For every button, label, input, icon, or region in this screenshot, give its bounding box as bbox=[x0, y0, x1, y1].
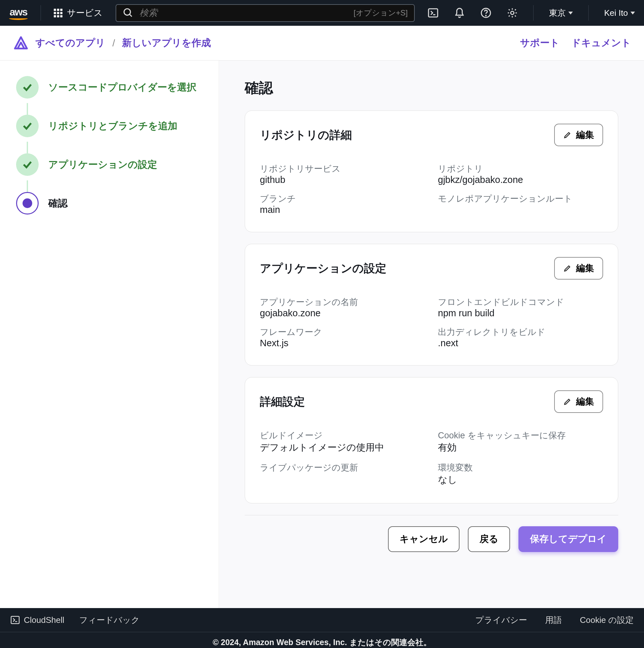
wizard-steps: ソースコードプロバイダーを選択 リポジトリとブランチを追加 アプリケーションの設… bbox=[0, 61, 219, 608]
cloudshell-icon[interactable] bbox=[428, 7, 439, 18]
search-wrap: [オプション+S] bbox=[116, 4, 415, 22]
link-support[interactable]: サポート bbox=[520, 37, 559, 50]
content: 確認 リポジトリの詳細 編集 リポジトリサービス github ブランチ mai… bbox=[219, 61, 644, 608]
card-title: リポジトリの詳細 bbox=[260, 127, 352, 143]
label-env-vars: 環境変数 bbox=[438, 456, 603, 474]
value-output-dir: .next bbox=[438, 338, 603, 350]
footer-bar: CloudShell フィードバック プライバシー 用語 Cookie の設定 bbox=[0, 608, 644, 632]
region-selector[interactable]: 東京 bbox=[549, 7, 573, 19]
help-icon[interactable] bbox=[480, 7, 491, 18]
label-repository: リポジトリ bbox=[438, 157, 603, 174]
aws-logo[interactable]: aws bbox=[9, 6, 28, 20]
card-title: アプリケーションの設定 bbox=[260, 261, 386, 276]
card-advanced: 詳細設定 編集 ビルドイメージ デフォルトイメージの使用中 ライブパッケージの更… bbox=[245, 377, 618, 503]
step-badge bbox=[16, 192, 39, 215]
aws-top-bar: aws サービス [オプション+S] 東京 Kei Ito bbox=[0, 0, 644, 26]
divider bbox=[588, 5, 589, 20]
link-docs[interactable]: ドキュメント bbox=[571, 37, 631, 50]
value-repo-service: github bbox=[260, 174, 425, 187]
aws-logo-text: aws bbox=[10, 6, 27, 18]
label-monorepo-root: モノレポアプリケーションルート bbox=[438, 187, 603, 205]
crumb-sep: / bbox=[112, 38, 115, 49]
privacy-link[interactable]: プライバシー bbox=[475, 614, 527, 626]
search-input[interactable] bbox=[140, 8, 348, 18]
label-build-cmd: フロントエンドビルドコマンド bbox=[438, 290, 603, 308]
svg-point-5 bbox=[486, 15, 486, 16]
copyright-text: © 2024, Amazon Web Services, Inc. またはその関… bbox=[213, 637, 431, 648]
label-live-pkg: ライブパッケージの更新 bbox=[260, 456, 425, 474]
cookie-settings-link[interactable]: Cookie の設定 bbox=[580, 614, 634, 626]
card-repo-details: リポジトリの詳細 編集 リポジトリサービス github ブランチ main リ… bbox=[245, 110, 618, 232]
edit-label: 編集 bbox=[576, 262, 594, 274]
label-app-name: アプリケーションの名前 bbox=[260, 290, 425, 308]
step-connector bbox=[27, 142, 28, 153]
edit-repo-button[interactable]: 編集 bbox=[554, 124, 603, 146]
label-output-dir: 出力ディレクトリをビルド bbox=[438, 320, 603, 338]
services-label: サービス bbox=[67, 7, 103, 19]
edit-app-button[interactable]: 編集 bbox=[554, 257, 603, 279]
label-build-image: ビルドイメージ bbox=[260, 424, 425, 441]
value-build-cmd: npm run build bbox=[438, 308, 603, 320]
user-label: Kei Ito bbox=[604, 8, 628, 18]
step-badge bbox=[16, 115, 39, 137]
label-framework: フレームワーク bbox=[260, 320, 425, 338]
search-box[interactable]: [オプション+S] bbox=[116, 4, 415, 22]
edit-label: 編集 bbox=[576, 129, 594, 141]
pencil-icon bbox=[563, 397, 572, 406]
step-label: 確認 bbox=[48, 197, 68, 210]
step-connector bbox=[27, 103, 28, 115]
edit-label: 編集 bbox=[576, 395, 594, 408]
step-repo-branch[interactable]: リポジトリとブランチを追加 bbox=[16, 115, 203, 137]
divider bbox=[533, 5, 534, 20]
step-label: ソースコードプロバイダーを選択 bbox=[48, 81, 197, 94]
value-framework: Next.js bbox=[260, 338, 425, 350]
crumb-create[interactable]: 新しいアプリを作成 bbox=[122, 37, 211, 50]
label-cookie-cache: Cookie をキャッシュキーに保存 bbox=[438, 424, 603, 441]
svg-point-0 bbox=[124, 9, 130, 15]
caret-down-icon bbox=[631, 12, 635, 14]
card-title: 詳細設定 bbox=[260, 394, 305, 409]
cancel-button[interactable]: キャンセル bbox=[388, 526, 460, 552]
value-env-vars: なし bbox=[438, 474, 603, 488]
svg-point-6 bbox=[511, 11, 514, 14]
action-row: キャンセル 戻る 保存してデプロイ bbox=[245, 515, 618, 552]
step-app-settings[interactable]: アプリケーションの設定 bbox=[16, 153, 203, 176]
user-menu[interactable]: Kei Ito bbox=[604, 8, 635, 18]
gear-icon[interactable] bbox=[507, 7, 518, 18]
caret-down-icon bbox=[568, 12, 573, 14]
breadcrumb: すべてのアプリ / 新しいアプリを作成 bbox=[36, 37, 211, 50]
save-deploy-button[interactable]: 保存してデプロイ bbox=[519, 526, 618, 552]
value-app-name: gojabako.zone bbox=[260, 308, 425, 320]
search-hint: [オプション+S] bbox=[354, 8, 408, 18]
step-source-provider[interactable]: ソースコードプロバイダーを選択 bbox=[16, 76, 203, 99]
main-layout: ソースコードプロバイダーを選択 リポジトリとブランチを追加 アプリケーションの設… bbox=[0, 61, 644, 608]
cloudshell-label: CloudShell bbox=[24, 615, 64, 625]
aws-smile-icon bbox=[9, 17, 28, 20]
region-label: 東京 bbox=[549, 7, 566, 19]
step-confirm[interactable]: 確認 bbox=[16, 192, 203, 215]
terms-link[interactable]: 用語 bbox=[545, 614, 562, 626]
edit-advanced-button[interactable]: 編集 bbox=[554, 390, 603, 413]
services-menu[interactable]: サービス bbox=[54, 7, 103, 19]
pencil-icon bbox=[563, 264, 572, 272]
step-badge bbox=[16, 153, 39, 176]
label-branch: ブランチ bbox=[260, 187, 425, 205]
card-app-settings: アプリケーションの設定 編集 アプリケーションの名前 gojabako.zone… bbox=[245, 244, 618, 366]
value-repository: gjbkz/gojabako.zone bbox=[438, 174, 603, 187]
step-connector bbox=[27, 180, 28, 192]
value-cookie-cache: 有効 bbox=[438, 441, 603, 456]
value-build-image: デフォルトイメージの使用中 bbox=[260, 441, 425, 456]
crumb-all-apps[interactable]: すべてのアプリ bbox=[36, 37, 105, 50]
footer-copy: © 2024, Amazon Web Services, Inc. またはその関… bbox=[0, 632, 644, 648]
step-badge bbox=[16, 76, 39, 99]
step-label: リポジトリとブランチを追加 bbox=[48, 119, 177, 133]
back-button[interactable]: 戻る bbox=[468, 526, 510, 552]
amplify-logo-icon[interactable] bbox=[13, 35, 29, 51]
feedback-link[interactable]: フィードバック bbox=[79, 614, 140, 626]
topbar-right: 東京 Kei Ito bbox=[428, 5, 635, 20]
value-branch: main bbox=[260, 205, 425, 217]
cloudshell-link[interactable]: CloudShell bbox=[10, 615, 64, 625]
label-repo-service: リポジトリサービス bbox=[260, 157, 425, 174]
step-label: アプリケーションの設定 bbox=[48, 158, 157, 171]
bell-icon[interactable] bbox=[454, 7, 465, 18]
